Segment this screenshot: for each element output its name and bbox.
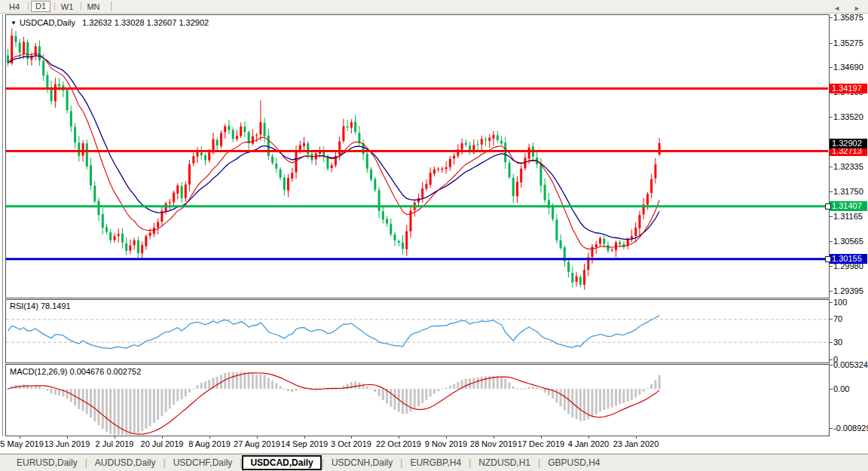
price-tick-label: 1.33520 <box>833 112 863 121</box>
chart-symbol-period: USDCAD,Daily <box>20 18 75 27</box>
date-label: 27 Aug 2019 <box>234 439 280 448</box>
date-label: 8 Aug 2019 <box>188 439 231 448</box>
chart-tab-usdchf-daily[interactable]: USDCHF,Daily <box>166 456 240 469</box>
timeframe-button-w1[interactable]: W1 <box>57 1 77 12</box>
chart-tab-eurgbp-h4[interactable]: EURGBP,H4 <box>402 456 469 469</box>
date-tick <box>541 436 542 439</box>
price-tick-label: 1.29395 <box>833 286 863 295</box>
date-label: 17 Dec 2019 <box>518 439 564 448</box>
price-tick-label: 1.35875 <box>833 13 863 22</box>
rsi-indicator-label: RSI(14) 78.1491 <box>10 301 71 310</box>
date-label: 4 Jan 2020 <box>568 439 609 448</box>
rsi-tick <box>830 302 833 303</box>
tab-scroll-arrows: ◄ ► <box>833 5 860 12</box>
date-tick <box>304 436 305 439</box>
macd-tick <box>830 389 833 390</box>
price-tick <box>830 167 833 167</box>
chart-tab-audusd-daily[interactable]: AUDUSD,Daily <box>87 456 164 469</box>
date-label: 20 Jul 2019 <box>141 439 184 448</box>
macd-tick-label: -0.008929 <box>833 424 868 433</box>
toolbar-button-separator <box>28 2 29 11</box>
price-tick-label: 1.32335 <box>833 162 863 171</box>
date-tick <box>115 436 115 439</box>
date-tick <box>636 436 637 439</box>
price-tick <box>830 67 833 68</box>
date-label: 13 Jun 2019 <box>44 439 90 448</box>
date-tick <box>67 436 68 439</box>
chart-tabs: EURUSD,Daily|AUDUSD,Daily|USDCHF,Daily|U… <box>9 455 607 470</box>
symbol-dropdown-icon[interactable]: ▼ <box>11 20 17 26</box>
date-label: 14 Sep 2019 <box>281 439 328 448</box>
price-tick <box>830 241 833 242</box>
toolbar-button-separator <box>54 2 55 11</box>
chart-tab-usdcad-daily[interactable]: USDCAD,Daily <box>242 455 321 470</box>
date-label: 9 Nov 2019 <box>425 439 467 448</box>
toolbar-separator <box>111 2 112 11</box>
chart-tab-gbpusd-h4[interactable]: GBPUSD,H4 <box>540 456 607 469</box>
macd-indicator-label: MACD(12,26,9) 0.004676 0.002752 <box>10 367 141 376</box>
price-tick-label: 1.31165 <box>833 212 863 221</box>
date-label: 2 Jul 2019 <box>96 439 134 448</box>
chart-tab-eurusd-daily[interactable]: EURUSD,Daily <box>9 456 85 469</box>
level-price-badge: 1.31407 <box>830 201 867 211</box>
timeframe-button-d1[interactable]: D1 <box>31 1 50 12</box>
chart-ohlc-readout: 1.32632 1.33028 1.32607 1.32902 <box>82 18 209 27</box>
chart-tab-bar: EURUSD,Daily|AUDUSD,Daily|USDCHF,Daily|U… <box>0 454 868 471</box>
date-label: 28 Nov 2019 <box>470 439 517 448</box>
price-tick <box>830 291 833 292</box>
rsi-tick <box>830 342 833 343</box>
date-tick <box>162 436 163 439</box>
price-tick <box>830 266 833 267</box>
date-label: 23 Jan 2020 <box>613 439 659 448</box>
chart-title: ▼USDCAD,Daily 1.32632 1.33028 1.32607 1.… <box>11 18 209 27</box>
price-tick-label: 1.34690 <box>833 63 863 72</box>
price-tick-label: 1.30565 <box>833 237 863 246</box>
date-tick <box>257 436 258 439</box>
date-tick <box>209 436 210 439</box>
rsi-tick-label: 100 <box>833 298 847 307</box>
timeframe-toolbar: H4D1W1MN <box>0 0 868 14</box>
timeframe-button-h4[interactable]: H4 <box>5 1 24 12</box>
tab-scroll-left-icon[interactable]: ◄ <box>833 5 840 12</box>
line-handle[interactable] <box>825 256 831 262</box>
level-price-badge: 1.30155 <box>830 254 867 264</box>
price-tick-label: 1.31750 <box>833 187 863 196</box>
toolbar-button-separator <box>81 2 81 11</box>
date-tick <box>399 436 399 439</box>
macd-tick <box>830 365 833 365</box>
tab-scroll-right-icon[interactable]: ► <box>854 5 860 12</box>
timeframe-buttons: H4D1W1MN <box>5 1 105 12</box>
chart-tab-usdcnh-daily[interactable]: USDCNH,Daily <box>324 456 400 469</box>
date-tick <box>20 436 20 439</box>
rsi-tick <box>830 359 833 360</box>
price-tick <box>830 117 833 118</box>
main-chart-pane[interactable] <box>5 14 830 298</box>
price-tick <box>830 216 833 217</box>
macd-tick-label: 0.00 <box>833 384 849 393</box>
rsi-tick-label: 70 <box>833 314 842 323</box>
price-tick-label: 1.35275 <box>833 38 863 47</box>
line-handle[interactable] <box>825 203 831 210</box>
date-tick <box>494 436 494 439</box>
chart-tab-nzdusd-h1[interactable]: NZDUSD,H1 <box>471 456 538 469</box>
date-label: 3 Oct 2019 <box>331 439 371 448</box>
macd-tick <box>830 428 833 429</box>
price-tick <box>830 43 833 44</box>
date-tick <box>446 436 447 439</box>
rsi-tick-label: 30 <box>833 338 842 347</box>
price-tick <box>830 17 833 18</box>
timeframe-button-mn[interactable]: MN <box>84 1 103 12</box>
price-tick <box>830 191 833 192</box>
date-label: 25 May 2019 <box>0 439 44 448</box>
current-price-badge: 1.32902 <box>830 139 867 148</box>
date-tick <box>588 436 589 439</box>
macd-tick-label: 0.005324 <box>833 360 868 369</box>
date-label: 22 Oct 2019 <box>376 439 421 448</box>
rsi-tick <box>830 319 833 320</box>
level-price-badge: 1.34197 <box>830 84 867 93</box>
rsi-pane[interactable] <box>5 299 830 363</box>
date-tick <box>351 436 352 439</box>
mt4-chart-window: H4D1W1MN ▼USDCAD,Daily 1.32632 1.33028 1… <box>0 0 868 471</box>
window-left-edge <box>2 14 3 436</box>
